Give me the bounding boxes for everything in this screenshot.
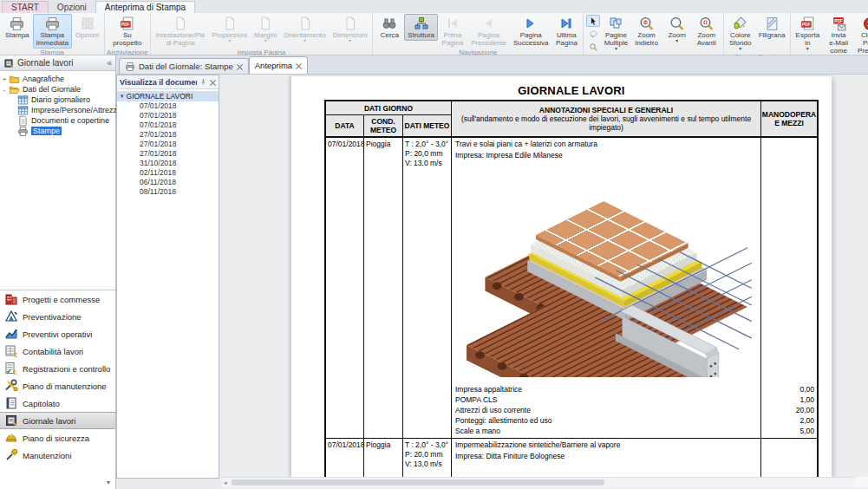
doc-tree-date[interactable]: 07/01/2018 (117, 121, 219, 130)
ultima-pagina-button[interactable]: Ultima Pagina (551, 14, 581, 49)
multiple-pages-icon (609, 16, 623, 31)
filigrana-button[interactable]: Filigrana (755, 14, 789, 41)
nav-item-piano-di-sicurezza[interactable]: Piano di sicurezza (0, 429, 115, 447)
tree-item-stampe[interactable]: Stampe (0, 126, 115, 136)
nav-item-progetti-e-commesse[interactable]: Progetti e commesse (0, 290, 115, 308)
tree-item-anagrafiche[interactable]: + Anagrafiche (0, 74, 115, 84)
stampa-button[interactable]: Stampa (2, 14, 33, 41)
nav-item-giornale-lavori[interactable]: Giornale lavori (0, 412, 115, 429)
ribbon-group-zoom: Pagine Multiple ▾ Zoom Indietro Zoom ▾ (584, 13, 723, 55)
nav-item-preventivi-operativi[interactable]: Preventivi operativi (0, 325, 115, 342)
esporta-in-button[interactable]: Esporta in ▾ (793, 14, 822, 53)
zoom-avanti-button[interactable]: Zoom Avanti (692, 14, 721, 49)
cursor-tool-button[interactable] (586, 15, 600, 27)
zoom-tool-button[interactable] (586, 41, 600, 53)
orientamento-button[interactable]: Orientamento ▾ (280, 14, 329, 45)
work-journal-icon (4, 414, 18, 427)
intestazione-pie-di-pagina-button[interactable]: Intestazione/Piè di Pagina (153, 14, 209, 49)
scrollbar-corner (856, 477, 868, 487)
safety-plan-icon (4, 431, 18, 445)
document-page: GIORNALE LAVORI DATI GIORNO DATA COND. M… (290, 76, 832, 477)
tree-item-dati-del-giornale[interactable]: - Dati del Giornale (0, 84, 115, 95)
document-structure-panel: Visualizza il documento ... ▾ GIORNALE L… (116, 75, 219, 479)
pin-icon[interactable] (199, 78, 207, 86)
module-nav-panel: Progetti e commesse Preventivazione Prev… (0, 290, 116, 489)
next-page-icon (524, 16, 538, 31)
pagina-successiva-button[interactable]: Pagina Successiva (510, 14, 551, 49)
invia-email-come-button[interactable]: Invia e-Mail come ▾ (822, 14, 855, 61)
stampa-immediata-button[interactable]: Stampa Immediata (33, 14, 72, 49)
doc-tree-date[interactable]: 06/11/2018 (117, 178, 219, 187)
options-grid-icon (81, 16, 95, 31)
nav-item-piano-di-manutenzione[interactable]: Piano di manutenzione (0, 377, 115, 394)
nav-item-registrazioni-e-controllo[interactable]: Registrazioni e controllo (0, 360, 115, 377)
proporzioni-button[interactable]: Proporzioni ▾ (209, 14, 251, 45)
doc-tree-date[interactable]: 31/10/2018 (117, 159, 219, 168)
cerca-button[interactable]: Cerca (375, 14, 404, 41)
records-control-icon (4, 362, 18, 375)
doc-tree-date[interactable]: 27/01/2018 (117, 140, 219, 149)
nav-item-preventivazione[interactable]: Preventivazione (0, 308, 115, 325)
cell-weather-condition: Pioggia (364, 439, 403, 477)
struttura-button[interactable]: Struttura (404, 14, 438, 41)
resource-value: 2,00 (761, 415, 814, 426)
collapse-sidebar-icon[interactable]: « (107, 58, 112, 68)
ribbon-tab-anteprima-di-stampa[interactable]: Anteprima di Stampa (95, 1, 195, 13)
close-tab-icon[interactable] (237, 63, 243, 69)
dimensioni-button[interactable]: Dimensioni ▾ (330, 14, 371, 45)
ribbon-tab-start[interactable]: START (2, 1, 49, 13)
nav-item-capitolato[interactable]: Capitolato (0, 394, 115, 412)
collapse-icon[interactable]: - (0, 86, 9, 94)
ribbon-tab-opzioni[interactable]: Opzioni (49, 2, 95, 13)
nav-item-contabilita-lavori[interactable]: Contabilità lavori (0, 342, 115, 360)
doc-tree-date[interactable]: 07/01/2018 (117, 101, 219, 111)
journal-icon (3, 58, 14, 68)
close-print-preview-button[interactable]: Close Print Preview (855, 14, 868, 56)
scrollbar-thumb[interactable] (232, 479, 604, 486)
close-tab-icon[interactable] (296, 62, 302, 68)
zoom-button[interactable]: Zoom ▾ (662, 14, 692, 45)
tab-dati-del-giornale-stampe[interactable]: Dati del Giornale: Stampe (119, 58, 249, 74)
doc-tree-date[interactable]: 27/01/2018 (117, 149, 219, 159)
tree-item-documenti-e-copertine[interactable]: Documenti e copertine (0, 115, 115, 126)
su-prospetto-button[interactable]: Su prospetto (107, 14, 148, 49)
close-panel-icon[interactable] (210, 79, 216, 85)
pagina-precedente-button[interactable]: Pagina Precedente (467, 14, 510, 49)
doc-tree-date[interactable]: 08/11/2018 (117, 187, 219, 197)
scroll-left-icon[interactable]: ◂ (224, 479, 227, 486)
pdf-email-icon (832, 16, 846, 31)
margini-button[interactable]: Margini ▾ (251, 14, 280, 45)
document-tab-bar: Dati del Giornale: Stampe Anteprima (116, 55, 868, 75)
opzioni-stampa-button[interactable]: Opzioni (72, 14, 102, 41)
doc-tree-date[interactable]: 02/11/2018 (117, 168, 219, 178)
expand-icon[interactable]: + (0, 75, 9, 83)
horizontal-scrollbar[interactable]: ◂ ▸ (221, 477, 868, 488)
printer-icon (10, 16, 24, 31)
maintenance-icon (4, 448, 18, 462)
table-row: 07/01/2018 Pioggia T : 2,0° - 3,0° P: 20… (326, 439, 817, 477)
cell-date: 07/01/2018 (326, 439, 364, 477)
ribbon-group-esportazione: Esporta in ▾ Invia e-Mail come ▾ Close P… (791, 13, 868, 55)
doc-tree-date[interactable]: 27/01/2018 (117, 130, 219, 140)
nav-item-manutenzioni[interactable]: Manutenzioni (0, 447, 115, 464)
tab-anteprima[interactable]: Anteprima (249, 56, 308, 74)
prima-pagina-button[interactable]: Prima Pagina (438, 14, 467, 49)
table-row: 07/01/2018 Pioggia T : 2,0° - 3,0° P: 20… (326, 138, 817, 439)
pagine-multiple-button[interactable]: Pagine Multiple ▾ (601, 14, 630, 53)
resource-value: 5,00 (761, 426, 814, 436)
header-annotazioni: ANNOTAZIONI SPECIALI E GENERALI (sull'an… (452, 101, 761, 136)
doc-tree-date[interactable]: 07/01/2018 (117, 111, 219, 121)
zoom-indietro-button[interactable]: Zoom Indietro (630, 14, 662, 49)
close-red-icon (863, 16, 868, 31)
colore-sfondo-button[interactable]: Colore Sfondo ▾ (726, 14, 755, 53)
print-preview-area[interactable]: GIORNALE LAVORI DATI GIORNO DATA COND. M… (221, 75, 868, 477)
scale-page-icon (223, 16, 237, 31)
cell-annotations: Impermeabilizzazione sintetiche/Barriere… (452, 439, 761, 477)
lasso-tool-button[interactable] (586, 28, 600, 40)
nav-collapse-chevron-icon[interactable]: ▾ (107, 479, 110, 486)
doc-tree-root[interactable]: ▾ GIORNALE LAVORI (117, 91, 219, 101)
dropdown-arrow-icon: ▾ (806, 47, 809, 51)
accounting-icon (4, 344, 18, 358)
tree-item-imprese-persone-attrezzature[interactable]: Imprese/Persone/Attrezzature (0, 105, 115, 115)
tree-item-diario-giornaliero[interactable]: Diario giornaliero (0, 95, 115, 105)
